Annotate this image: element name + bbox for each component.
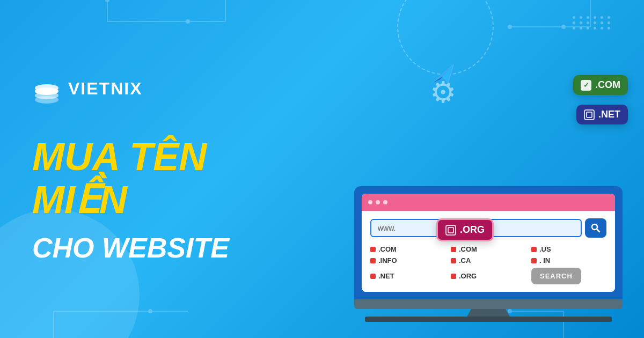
domain-dot xyxy=(451,247,456,252)
badge-net: .NET xyxy=(576,105,628,124)
laptop-base xyxy=(354,299,623,309)
domain-com-1: .COM xyxy=(370,245,445,253)
paper-plane-icon xyxy=(432,64,451,83)
svg-rect-27 xyxy=(587,112,592,117)
svg-line-26 xyxy=(597,229,599,232)
badge-org-icon xyxy=(445,225,456,236)
svg-point-4 xyxy=(105,0,109,2)
domain-in: . IN xyxy=(531,256,606,264)
domain-net: .NET xyxy=(370,268,445,284)
badge-net-label: .NET xyxy=(598,109,620,120)
domain-dot xyxy=(451,258,456,263)
search-big-btn[interactable]: SEARCH xyxy=(531,268,606,284)
domain-ca: .CA xyxy=(451,256,526,264)
domain-dot xyxy=(370,247,376,252)
svg-point-21 xyxy=(35,84,58,92)
badge-com-label: .COM xyxy=(595,79,620,91)
hero-title-line1: MUA TÊN MIỀN xyxy=(32,136,311,221)
svg-point-2 xyxy=(186,19,190,24)
laptop-stand xyxy=(467,309,510,317)
domain-org: .ORG xyxy=(451,268,526,284)
screen-dot-3 xyxy=(383,200,387,204)
brand-name: VIETNIX xyxy=(68,79,142,99)
badge-com-check-icon xyxy=(581,80,591,91)
domain-dot xyxy=(531,258,537,263)
domain-dot xyxy=(370,274,376,279)
domain-info: .INFO xyxy=(370,256,445,264)
logo: VIETNIX xyxy=(32,74,311,104)
right-content: ⚙ xyxy=(311,0,644,338)
screen-topbar xyxy=(362,194,615,211)
domain-grid: .COM .COM .US xyxy=(370,245,606,284)
badge-net-icon xyxy=(584,109,595,120)
svg-rect-28 xyxy=(448,227,453,233)
badge-org: .ORG xyxy=(436,218,494,241)
laptop-foot xyxy=(365,317,612,322)
badge-com: .COM xyxy=(573,75,628,95)
laptop-screen-wrapper: www. .COM xyxy=(354,186,623,299)
hero-title: MUA TÊN MIỀN xyxy=(32,136,311,221)
screen-dot-1 xyxy=(368,200,372,204)
badge-org-label: .ORG xyxy=(460,224,485,236)
domain-us: .US xyxy=(531,245,606,253)
domain-com-2: .COM xyxy=(451,245,526,253)
screen-dot-2 xyxy=(376,200,380,204)
laptop-screen: www. .COM xyxy=(362,194,615,292)
page-container: VIETNIX MUA TÊN MIỀN CHO WEBSITE ⚙ xyxy=(0,0,644,338)
laptop: www. .COM xyxy=(354,186,623,322)
domain-dot xyxy=(531,247,537,252)
logo-icon xyxy=(32,74,62,104)
domain-dot xyxy=(451,274,456,279)
left-content: VIETNIX MUA TÊN MIỀN CHO WEBSITE xyxy=(0,74,311,263)
domain-dot xyxy=(370,258,376,263)
hero-subtitle: CHO WEBSITE xyxy=(32,232,311,264)
svg-point-8 xyxy=(148,309,152,313)
search-button[interactable] xyxy=(585,218,606,238)
